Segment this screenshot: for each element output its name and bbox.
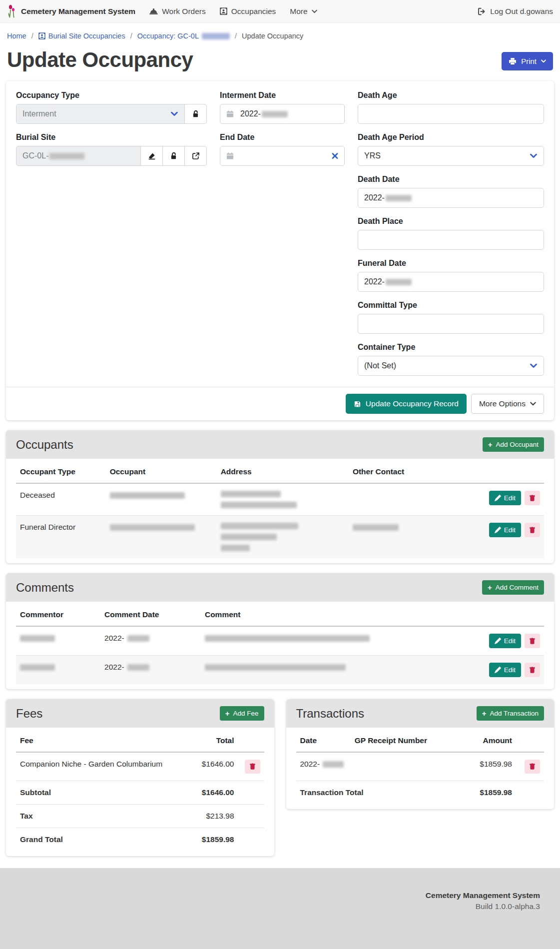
delete-occupant-button[interactable] — [525, 523, 540, 537]
chevron-down-icon — [312, 9, 317, 13]
add-fee-button[interactable]: + Add Fee — [220, 706, 264, 721]
burial-site-input[interactable]: GC-0L- — [16, 146, 141, 166]
app-brand[interactable]: Cemetery Management System — [7, 4, 135, 19]
redacted-text — [221, 491, 281, 497]
edit-comment-button[interactable]: Edit — [489, 634, 521, 648]
comments-header-row: Commentor Comment Date Comment — [16, 604, 544, 626]
delete-comment-button[interactable] — [525, 634, 540, 648]
breadcrumb-burial-site-occupancies[interactable]: Burial Site Occupancies — [38, 32, 125, 40]
add-transaction-label: Add Transaction — [490, 710, 539, 717]
burial-site-label: Burial Site — [16, 133, 207, 142]
trash-icon — [529, 527, 536, 534]
comment-date-cell: 2022- — [100, 656, 201, 685]
pencil-icon — [495, 667, 501, 673]
fees-header-row: Fee Total — [16, 730, 264, 752]
nav-item-occupancies[interactable]: Occupancies — [220, 7, 276, 16]
occupancy-type-unlock-button[interactable] — [185, 104, 207, 124]
redacted-text — [221, 534, 277, 540]
committal-type-input[interactable] — [358, 314, 544, 334]
subtotal-label: Subtotal — [16, 781, 183, 805]
col-address: Address — [217, 461, 349, 483]
occupancy-type-select[interactable]: Interment — [16, 104, 185, 124]
edit-comment-button[interactable]: Edit — [489, 663, 521, 677]
redacted-text — [262, 111, 288, 117]
funeral-date-label: Funeral Date — [358, 259, 544, 268]
breadcrumb-occupancy[interactable]: Occupancy: GC-0L — [137, 32, 230, 40]
redacted-text — [127, 635, 149, 642]
funeral-date-value-prefix: 2022- — [364, 277, 385, 286]
burial-site-clear-button[interactable] — [141, 146, 163, 166]
logout-link[interactable]: Log Out d.gowans — [478, 7, 553, 16]
breadcrumb-separator: / — [31, 32, 33, 40]
actions-cell: Edit — [465, 483, 544, 516]
add-comment-label: Add Comment — [496, 584, 539, 591]
container-type-select[interactable]: (Not Set) — [358, 356, 544, 376]
print-button[interactable]: Print — [502, 52, 553, 70]
table-row: Funeral Director — [16, 516, 544, 559]
container-type-value: (Not Set) — [364, 361, 396, 370]
comment-cell — [201, 656, 465, 685]
form-column-3: Death Age Death Age Period YRS Death Dat… — [358, 91, 544, 385]
death-age-input[interactable] — [358, 104, 544, 124]
delete-comment-button[interactable] — [525, 663, 540, 677]
transaction-total-value: $1859.98 — [462, 781, 516, 805]
nav-item-more[interactable]: More — [290, 7, 317, 16]
death-place-input[interactable] — [358, 230, 544, 250]
container-type-label: Container Type — [358, 343, 544, 352]
interment-date-value-prefix: 2022- — [240, 109, 261, 118]
death-age-period-select[interactable]: YRS — [358, 146, 544, 166]
add-transaction-button[interactable]: + Add Transaction — [477, 706, 544, 721]
transaction-date-cell: 2022- — [296, 752, 351, 781]
burial-site-unlock-button[interactable] — [163, 146, 185, 166]
transactions-section: Transactions + Add Transaction Date GP R… — [286, 699, 555, 809]
interment-date-input[interactable]: 2022- — [220, 104, 345, 124]
delete-occupant-button[interactable] — [525, 491, 540, 505]
unlock-icon — [192, 110, 200, 118]
end-date-input[interactable] — [220, 146, 345, 166]
add-occupant-button[interactable]: + Add Occupant — [483, 437, 544, 452]
commentor-cell — [16, 656, 100, 685]
occupants-table: Occupant Type Occupant Address Other Con… — [16, 461, 544, 558]
edit-occupant-button[interactable]: Edit — [489, 523, 521, 537]
transactions-body: Date GP Receipt Number Amount 2022- $185… — [286, 728, 555, 809]
occupancy-form-card: Occupancy Type Interment — [6, 81, 554, 420]
pencil-icon — [495, 527, 501, 533]
add-comment-button[interactable]: + Add Comment — [482, 580, 544, 595]
form-column-2: Interment Date 2022- End Date — [220, 91, 345, 175]
breadcrumb-separator: / — [130, 32, 132, 40]
trash-icon — [529, 667, 536, 674]
more-options-button[interactable]: More Options — [471, 394, 544, 414]
end-date-clear-button[interactable] — [332, 153, 338, 159]
end-date-field: End Date — [220, 133, 345, 166]
redacted-text — [127, 664, 149, 671]
eraser-icon — [148, 152, 156, 160]
hard-hat-icon — [149, 8, 158, 15]
funeral-date-input[interactable]: 2022- — [358, 272, 544, 292]
col-occupant-type: Occupant Type — [16, 461, 106, 483]
breadcrumb-home[interactable]: Home — [7, 32, 26, 40]
nav-item-work-orders[interactable]: Work Orders — [149, 7, 206, 16]
delete-fee-button[interactable] — [245, 760, 260, 774]
edit-occupant-button[interactable]: Edit — [489, 491, 521, 505]
nav-item-work-orders-label: Work Orders — [162, 7, 206, 16]
redacted-text — [110, 492, 185, 499]
commentor-cell — [16, 626, 100, 656]
fees-section: Fees + Add Fee Fee Total Companion Niche… — [6, 699, 274, 856]
occupants-body: Occupant Type Occupant Address Other Con… — [6, 459, 554, 563]
chevron-down-icon — [171, 112, 178, 116]
delete-transaction-button[interactable] — [525, 760, 540, 774]
update-occupancy-record-button[interactable]: Update Occupancy Record — [346, 394, 467, 414]
occupancy-type-label: Occupancy Type — [16, 91, 207, 100]
comment-date-prefix: 2022- — [104, 634, 124, 642]
death-age-period-label: Death Age Period — [358, 133, 544, 142]
grand-total-value: $1859.98 — [183, 828, 238, 852]
occupancy-form-grid: Occupancy Type Interment — [6, 81, 554, 387]
death-date-label: Death Date — [358, 175, 544, 184]
address-cell — [217, 516, 349, 559]
burial-site-open-link-button[interactable] — [185, 146, 207, 166]
tax-row: Tax $213.98 — [16, 805, 264, 828]
death-date-input[interactable]: 2022- — [358, 188, 544, 208]
table-row: Deceased Edit — [16, 483, 544, 516]
breadcrumb-current: Update Occupancy — [242, 32, 303, 40]
printer-icon — [509, 57, 517, 65]
